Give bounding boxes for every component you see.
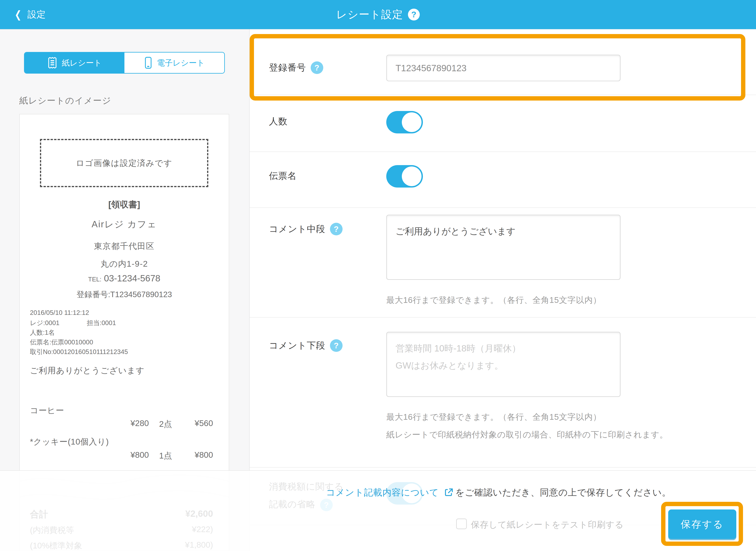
comment-mid-label-row: コメント中段 ? (269, 223, 343, 235)
receipt-type-tabs: 紙レシート 電子レシート (24, 52, 225, 74)
receipt-slip: 伝票名:伝票00010000 (30, 338, 219, 347)
back-chevron-icon: ❮ (15, 9, 21, 20)
reg-number-input[interactable] (386, 55, 621, 81)
comment-mid-help-icon[interactable]: ? (330, 223, 343, 235)
back-button[interactable]: ❮ 設定 (14, 0, 46, 29)
item-unit-price: ¥280 (130, 419, 149, 430)
toggle-knob (402, 166, 421, 186)
comment-mid-label: コメント中段 (269, 223, 325, 235)
reg-number-label-row: 登録番号 ? (269, 61, 323, 74)
save-footer-bar: コメント記載内容について をご確認いただき、同意の上で保存してください。 保存し… (0, 470, 756, 551)
toggle-knob (402, 112, 421, 132)
save-notice-text: をご確認いただき、同意の上で保存してください。 (455, 486, 671, 499)
receipt-register-no: レジ:0001 (30, 319, 59, 327)
receipt-thanks-message: ご利用ありがとうございます (30, 365, 145, 376)
smartphone-icon (144, 57, 152, 69)
receipt-txn-no: 取引No:000120160510111212345 (30, 348, 219, 356)
receipt-tel-number: 03-1234-5678 (104, 273, 160, 284)
comment-low-help-icon[interactable]: ? (330, 339, 343, 352)
item-amount: ¥800 (195, 450, 213, 461)
logo-placeholder-text: ロゴ画像は設定済みです (76, 158, 172, 169)
comment-policy-link[interactable]: コメント記載内容について (326, 486, 455, 499)
reg-number-help-icon[interactable]: ? (311, 61, 323, 74)
item-unit-price: ¥800 (130, 450, 149, 461)
receipt-item-name: *クッキー(10個入り) (30, 436, 109, 447)
tab-digital-receipt[interactable]: 電子レシート (124, 53, 224, 73)
comment-mid-note: 最大16行まで登録できます。（各行、全角15文字以内） (386, 294, 601, 307)
row-divider (250, 207, 756, 208)
test-print-checkbox[interactable] (456, 519, 467, 529)
tab-paper-receipt[interactable]: 紙レシート (25, 53, 124, 73)
slip-name-label: 伝票名 (269, 170, 297, 182)
receipt-tel: TEL: 03-1234-5678 (20, 273, 229, 284)
tab-paper-label: 紙レシート (62, 57, 102, 68)
header-title-group: レシート設定 ? (336, 0, 420, 29)
comment-policy-link-text: コメント記載内容について (326, 486, 439, 499)
receipt-address-2: 丸の内1-9-2 (20, 258, 229, 269)
item-qty: 2点 (159, 419, 172, 430)
page-title: レシート設定 (336, 7, 403, 22)
back-label: 設定 (28, 8, 46, 21)
receipt-doc-type: [領収書] (20, 199, 229, 210)
guest-count-toggle[interactable] (386, 111, 423, 133)
row-divider (250, 151, 756, 152)
title-help-icon[interactable]: ? (408, 9, 420, 20)
receipt-register-staff: レジ:0001 担当:0001 (30, 319, 219, 328)
comment-low-note2: 紙レシートで印紙税納付対象の取引の場合、印紙枠の下に印刷されます。 (386, 428, 733, 441)
save-notice: コメント記載内容について をご確認いただき、同意の上で保存してください。 (326, 486, 671, 499)
comment-low-textarea[interactable] (386, 332, 621, 397)
receipt-tel-label: TEL: (88, 276, 101, 283)
save-button[interactable]: 保存する (668, 510, 736, 539)
guest-count-label: 人数 (269, 115, 288, 127)
item-amount: ¥560 (195, 419, 213, 430)
row-divider (250, 467, 756, 468)
item-qty: 1点 (159, 450, 172, 461)
receipt-datetime: 2016/05/10 11:12:12 (30, 309, 219, 317)
preview-caption: 紙レシートのイメージ (19, 95, 111, 106)
logo-placeholder-box: ロゴ画像は設定済みです (40, 139, 208, 187)
comment-low-label-row: コメント下段 ? (269, 339, 343, 352)
receipt-staff-no: 担当:0001 (87, 319, 116, 327)
guest-count-label-row: 人数 (269, 115, 288, 127)
row-divider (250, 95, 756, 95)
receipt-store-name: Airレジ カフェ (20, 218, 229, 230)
comment-low-label: コメント下段 (269, 340, 325, 352)
receipt-address-1: 東京都千代田区 (20, 241, 229, 252)
tab-digital-label: 電子レシート (157, 57, 205, 68)
comment-low-note1: 最大16行まで登録できます。（各行、全角15文字以内） (386, 411, 601, 423)
slip-name-label-row: 伝票名 (269, 170, 297, 182)
receipt-item-amounts: ¥280 2点 ¥560 (30, 419, 213, 430)
paper-receipt-icon (47, 57, 57, 69)
reg-number-label: 登録番号 (269, 62, 306, 74)
test-print-label[interactable]: 保存して紙レシートをテスト印刷する (471, 519, 624, 531)
receipt-item-name: コーヒー (30, 405, 64, 416)
receipt-guests: 人数:1名 (30, 328, 219, 337)
external-link-icon (444, 487, 454, 498)
comment-mid-textarea[interactable] (386, 215, 621, 280)
slip-name-toggle[interactable] (386, 165, 423, 187)
app-header: ❮ 設定 レシート設定 ? (0, 0, 756, 29)
receipt-reg-number: 登録番号:T1234567890123 (20, 289, 229, 300)
row-divider (250, 317, 756, 318)
receipt-item-amounts: ¥800 1点 ¥800 (30, 450, 213, 461)
receipt-settings-page: ❮ 設定 レシート設定 ? 紙レシート (0, 0, 756, 551)
